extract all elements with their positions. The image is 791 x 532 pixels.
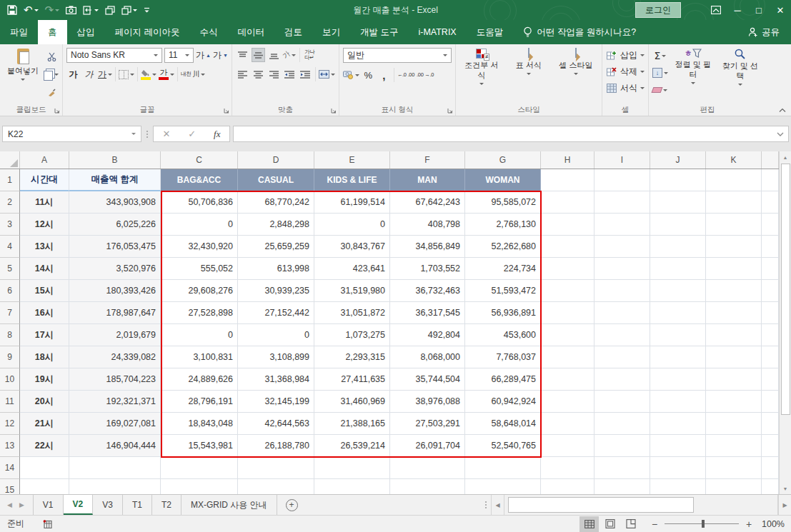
cell-F1[interactable]: MAN [390, 169, 465, 191]
cell-E2[interactable]: 61,199,514 [314, 191, 390, 214]
cell-K1[interactable] [706, 169, 762, 191]
format-painter-button[interactable] [45, 85, 59, 99]
cell-E1[interactable]: KIDS & LIFE [314, 169, 390, 191]
cell-I14[interactable] [595, 457, 650, 479]
cell-J13[interactable] [650, 435, 706, 457]
number-dialog-launcher[interactable] [447, 108, 453, 114]
copy-cells-button[interactable] [105, 6, 115, 15]
cell-C2[interactable]: 50,706,836 [161, 191, 238, 214]
cell-E5[interactable]: 423,641 [314, 258, 390, 280]
cell-G2[interactable]: 95,585,072 [465, 191, 541, 214]
autosum-button[interactable]: Σ [652, 49, 668, 63]
font-color-button[interactable]: 가 [159, 67, 174, 81]
row-header-13[interactable]: 13 [0, 435, 20, 457]
orientation-button[interactable]: 가 [283, 48, 297, 62]
insert-cells-button[interactable]: 삽입 [606, 49, 645, 61]
page-break-preview-button[interactable] [621, 516, 640, 532]
cell-H7[interactable] [541, 302, 595, 324]
cell-A12[interactable]: 21시 [20, 413, 69, 435]
cell-E11[interactable]: 31,460,969 [314, 391, 390, 413]
save-button[interactable] [7, 5, 17, 15]
cell-G12[interactable]: 58,648,014 [465, 413, 541, 435]
cell-F6[interactable]: 36,732,463 [390, 280, 465, 302]
cell-H6[interactable] [541, 280, 595, 302]
cell-F13[interactable]: 26,091,704 [390, 435, 465, 457]
cell-K9[interactable] [706, 346, 762, 368]
cell-D14[interactable] [238, 457, 314, 479]
font-name-select[interactable]: Noto Sans KR [66, 48, 162, 63]
cell-I10[interactable] [595, 368, 650, 391]
cell-B1[interactable]: 매출액 합계 [69, 169, 161, 191]
cell-J12[interactable] [650, 413, 706, 435]
collapse-ribbon-button[interactable] [779, 108, 786, 113]
paste-special-button[interactable] [83, 6, 99, 15]
align-left-button[interactable] [236, 67, 249, 81]
cell-A7[interactable]: 16시 [20, 302, 69, 324]
close-button[interactable]: ✕ [770, 0, 791, 20]
tab-split-handle[interactable] [485, 495, 491, 515]
cell-A3[interactable]: 12시 [20, 214, 69, 236]
cell-B6[interactable]: 180,393,426 [69, 280, 161, 302]
phonetic-button[interactable]: 내천川 [181, 67, 205, 81]
cell-H3[interactable] [541, 214, 595, 236]
new-sheet-button[interactable]: + [286, 499, 298, 511]
sheet-tab-V3[interactable]: V3 [93, 495, 123, 515]
cell-I11[interactable] [595, 391, 650, 413]
column-header-K[interactable]: K [706, 151, 762, 169]
cell-F4[interactable]: 34,856,849 [390, 236, 465, 258]
cell-K11[interactable] [706, 391, 762, 413]
font-dialog-launcher[interactable] [224, 108, 229, 114]
cell-A5[interactable]: 14시 [20, 258, 69, 280]
sheet-tab-T1[interactable]: T1 [123, 495, 152, 515]
decrease-indent-button[interactable] [283, 67, 297, 81]
ribbon-tab-홈[interactable]: 홈 [38, 20, 67, 44]
cell-D3[interactable]: 2,848,298 [238, 214, 314, 236]
macro-record-button[interactable] [43, 520, 52, 528]
cell-D2[interactable]: 68,770,242 [238, 191, 314, 214]
cell-C4[interactable]: 32,430,920 [161, 236, 238, 258]
cell-E10[interactable]: 27,411,635 [314, 368, 390, 391]
tell-me-box[interactable]: 어떤 작업을 원하시나요? [513, 20, 646, 44]
cell-K14[interactable] [706, 457, 762, 479]
row-header-9[interactable]: 9 [0, 346, 20, 368]
cell-F7[interactable]: 36,317,545 [390, 302, 465, 324]
ribbon-display-options-button[interactable] [705, 0, 727, 20]
scroll-left-arrow[interactable]: ◀ [491, 495, 504, 515]
cell-F11[interactable]: 38,976,088 [390, 391, 465, 413]
cell-G7[interactable]: 56,936,891 [465, 302, 541, 324]
cell-F12[interactable]: 27,503,291 [390, 413, 465, 435]
cell-D15[interactable] [238, 479, 314, 494]
cell-J6[interactable] [650, 280, 706, 302]
cancel-entry-button[interactable]: ✕ [162, 129, 170, 139]
vertical-scrollbar[interactable]: ▲ ▼ [779, 151, 791, 494]
cell-K10[interactable] [706, 368, 762, 391]
cell-E15[interactable] [314, 479, 390, 494]
cell-A9[interactable]: 18시 [20, 346, 69, 368]
cell-H12[interactable] [541, 413, 595, 435]
cell-E3[interactable]: 0 [314, 214, 390, 236]
sheet-tab-T2[interactable]: T2 [152, 495, 181, 515]
borders-button[interactable] [119, 67, 134, 81]
cell-H15[interactable] [541, 479, 595, 494]
cell-A14[interactable] [20, 457, 69, 479]
fill-button[interactable]: ↓ [652, 66, 668, 80]
cell-H11[interactable] [541, 391, 595, 413]
cell-G15[interactable] [465, 479, 541, 494]
cell-E7[interactable]: 31,051,872 [314, 302, 390, 324]
ribbon-tab-데이터[interactable]: 데이터 [227, 20, 274, 44]
cell-J9[interactable] [650, 346, 706, 368]
cell-I13[interactable] [595, 435, 650, 457]
increase-decimal-button[interactable]: ←.0 .00 [397, 68, 414, 82]
cell-J5[interactable] [650, 258, 706, 280]
paste-button[interactable]: 붙여넣기 [4, 46, 42, 83]
cell-B11[interactable]: 192,321,371 [69, 391, 161, 413]
cell-E14[interactable] [314, 457, 390, 479]
fill-color-button[interactable] [141, 67, 156, 81]
zoom-level[interactable]: 100% [755, 519, 785, 529]
cell-G4[interactable]: 52,262,680 [465, 236, 541, 258]
align-middle-button[interactable] [252, 48, 265, 62]
cell-G11[interactable]: 60,942,924 [465, 391, 541, 413]
cell-B9[interactable]: 24,339,082 [69, 346, 161, 368]
cell-B10[interactable]: 185,704,223 [69, 368, 161, 391]
row-header-12[interactable]: 12 [0, 413, 20, 435]
